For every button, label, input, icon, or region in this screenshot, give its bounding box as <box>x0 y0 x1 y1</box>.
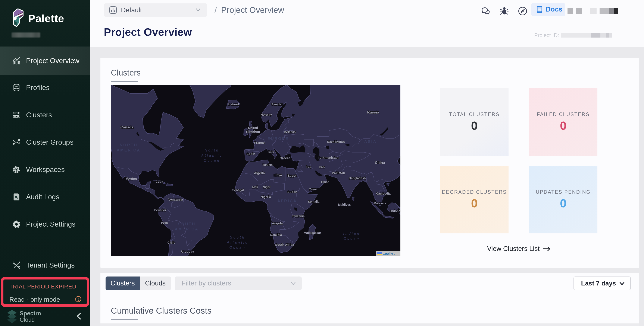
svg-text:Ecuador: Ecuador <box>154 208 167 212</box>
svg-text:Chile: Chile <box>168 241 176 244</box>
svg-text:Indones: Indones <box>390 209 401 213</box>
svg-text:Italy: Italy <box>268 150 274 154</box>
svg-text:Greece: Greece <box>280 156 290 160</box>
svg-text:Uruguay: Uruguay <box>181 250 194 253</box>
svg-text:Tunisia: Tunisia <box>262 163 273 167</box>
svg-text:Yemen: Yemen <box>309 187 318 191</box>
svg-text:NORTH: NORTH <box>120 143 138 147</box>
svg-text:Sudan: Sudan <box>288 190 298 193</box>
svg-text:Bangladesh: Bangladesh <box>349 176 366 180</box>
svg-text:Tanzania: Tanzania <box>292 214 305 218</box>
svg-text:Mali: Mali <box>252 185 258 189</box>
svg-text:Kingdom: Kingdom <box>246 130 260 133</box>
svg-text:Iceland: Iceland <box>228 102 239 106</box>
svg-text:Nigeria: Nigeria <box>261 195 271 199</box>
svg-text:EUROPE: EUROPE <box>268 137 289 141</box>
svg-text:Malaysia: Malaysia <box>374 202 386 205</box>
svg-text:Pakistan: Pakistan <box>332 171 345 175</box>
svg-text:Iran: Iran <box>319 165 325 169</box>
svg-text:Ocean: Ocean <box>204 159 220 162</box>
svg-text:AFRICA: AFRICA <box>278 199 297 203</box>
svg-text:South: South <box>230 236 246 239</box>
svg-text:South Africa: South Africa <box>275 243 294 246</box>
svg-text:Atlantic: Atlantic <box>227 241 248 244</box>
svg-text:Senegal: Senegal <box>232 188 244 192</box>
svg-text:Algeria: Algeria <box>254 171 265 175</box>
svg-text:North: North <box>205 149 220 152</box>
svg-text:Canada: Canada <box>120 125 134 129</box>
svg-text:Ocean: Ocean <box>230 246 246 249</box>
svg-text:Namibia: Namibia <box>270 233 282 237</box>
svg-text:Mexico: Mexico <box>126 177 137 181</box>
svg-text:Cambodia: Cambodia <box>376 192 391 195</box>
svg-text:United: United <box>248 126 258 130</box>
svg-text:Egypt: Egypt <box>288 174 296 177</box>
svg-text:Kazakhstan: Kazakhstan <box>327 140 345 144</box>
svg-text:Angola: Angola <box>272 221 283 225</box>
svg-text:Iraq: Iraq <box>306 165 312 168</box>
svg-text:Niger: Niger <box>263 185 271 189</box>
svg-text:Madagascar: Madagascar <box>304 231 321 234</box>
svg-text:Sweden: Sweden <box>271 102 284 106</box>
svg-text:Cuba: Cuba <box>156 180 163 183</box>
svg-text:China: China <box>375 161 385 165</box>
svg-text:Venezuela: Venezuela <box>168 198 183 201</box>
svg-text:Indian: Indian <box>343 232 360 235</box>
svg-text:Spain: Spain <box>246 152 255 156</box>
svg-text:Somalia: Somalia <box>308 200 320 203</box>
svg-text:AMERICA: AMERICA <box>175 227 199 231</box>
svg-text:ASIA: ASIA <box>364 140 377 144</box>
svg-text:AMERICA: AMERICA <box>117 148 141 152</box>
svg-text:Turkmenistan: Turkmenistan <box>318 156 339 159</box>
svg-text:Atlantic: Atlantic <box>201 154 223 157</box>
svg-text:Ocean: Ocean <box>344 237 360 240</box>
svg-text:Libya: Libya <box>274 173 282 177</box>
svg-text:Russia: Russia <box>367 110 379 114</box>
svg-text:Oman: Oman <box>321 180 330 184</box>
svg-text:Peru: Peru <box>161 221 168 225</box>
svg-text:Norway: Norway <box>261 113 272 116</box>
svg-text:France: France <box>254 141 265 145</box>
svg-text:Maldives: Maldives <box>338 203 351 206</box>
svg-text:Belarus: Belarus <box>284 130 296 134</box>
svg-text:SOUTH: SOUTH <box>178 222 196 226</box>
